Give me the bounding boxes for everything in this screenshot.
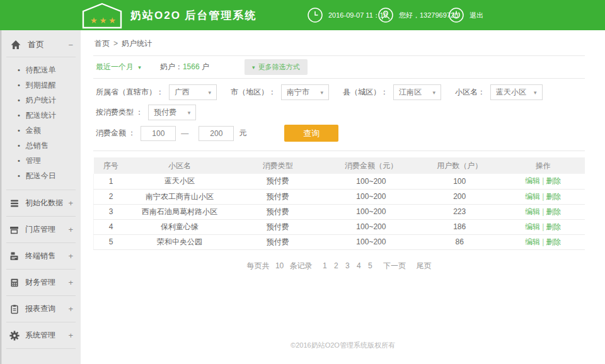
expand-icon[interactable]: + <box>68 331 73 340</box>
edit-link[interactable]: 编辑 <box>525 176 540 185</box>
header-user: 您好，1327969720 <box>377 0 458 30</box>
expand-icon[interactable]: + <box>68 198 73 208</box>
col-header-type: 消费类型 <box>231 157 325 174</box>
more-filters-button[interactable]: ▾更多筛选方式 <box>245 59 308 75</box>
edit-link[interactable]: 编辑 <box>525 222 540 231</box>
col-header-action: 操作 <box>501 157 585 174</box>
calculator-icon <box>9 278 20 288</box>
province-select[interactable]: 广西▾ <box>169 84 217 100</box>
sidebar-item-total-sales[interactable]: 总销售 <box>18 138 81 153</box>
city-select[interactable]: 南宁市▾ <box>281 84 329 100</box>
edit-link[interactable]: 编辑 <box>525 192 540 201</box>
consume-type-label: 按消费类型 ： <box>96 107 143 118</box>
sidebar-section-terminal-sales[interactable]: 终端销售 + <box>0 243 81 269</box>
cell-actions: 编辑|删除 <box>501 219 585 234</box>
range-dash: — <box>181 129 188 138</box>
cell-no: 4 <box>94 219 129 234</box>
cell-no: 3 <box>94 204 129 219</box>
sidebar-item-home[interactable]: 首页 − <box>0 30 81 57</box>
collapse-icon[interactable]: − <box>68 40 73 50</box>
sidebar-item-delivery-today[interactable]: 配送今日 <box>18 168 81 183</box>
divider <box>6 348 76 349</box>
cell-no: 5 <box>94 234 129 249</box>
page-1[interactable]: 1 <box>323 261 327 270</box>
sidebar-section-finance-mgmt[interactable]: 财务管理 + <box>0 270 81 295</box>
edit-link[interactable]: 编辑 <box>525 237 540 246</box>
action-divider: | <box>542 192 544 201</box>
cell-amount: 100~200 <box>325 189 418 204</box>
cell-type: 预付费 <box>231 219 325 234</box>
per-page-suffix: 条记录 <box>290 261 313 270</box>
more-filters-label: 更多筛选方式 <box>258 63 300 71</box>
amount-unit: 元 <box>239 128 246 139</box>
delete-link[interactable]: 删除 <box>546 222 561 231</box>
community-select[interactable]: 蓝天小区▾ <box>490 84 543 100</box>
cell-type: 预付费 <box>231 189 325 204</box>
logout-button[interactable]: 退出 <box>448 0 483 30</box>
cell-no: 1 <box>94 174 129 189</box>
page-5[interactable]: 5 <box>368 261 372 270</box>
expand-icon[interactable]: + <box>68 225 73 234</box>
edit-link[interactable]: 编辑 <box>525 207 540 216</box>
community-label: 小区名： <box>455 87 485 98</box>
section-label: 财务管理 <box>25 277 68 288</box>
section-label: 门店管理 <box>25 224 68 235</box>
cell-actions: 编辑|删除 <box>501 204 585 219</box>
sidebar-item-milk-user-stats[interactable]: 奶户统计 <box>18 93 81 108</box>
cell-amount: 100~200 <box>325 234 418 249</box>
consume-type-value: 预付费 <box>154 107 176 118</box>
cell-amount: 100~200 <box>325 174 418 189</box>
header-datetime: 2016-09-07 11：10 <box>307 0 388 30</box>
expand-icon[interactable]: + <box>68 278 73 287</box>
delete-link[interactable]: 删除 <box>546 207 561 216</box>
cell-no: 2 <box>94 189 129 204</box>
sidebar-section-init-data[interactable]: 初始化数据 + <box>0 190 81 216</box>
chevron-down-icon: ▾ <box>138 64 141 71</box>
sidebar-home-submenu: 待配送单 到期提醒 奶户统计 配送统计 金额 总销售 管理 配送今日 <box>0 57 81 190</box>
sidebar-item-expiry-reminder[interactable]: 到期提醒 <box>18 77 81 93</box>
sidebar-section-system-mgmt[interactable]: 系统管理 + <box>0 322 81 348</box>
cell-name: 保利童心缘 <box>128 219 231 234</box>
cell-users: 100 <box>418 174 502 189</box>
cell-amount: 100~200 <box>325 219 418 234</box>
page-4[interactable]: 4 <box>357 261 361 270</box>
amount-min-input[interactable] <box>141 126 176 141</box>
last-page-link[interactable]: 尾页 <box>416 261 431 270</box>
cell-name: 蓝天小区 <box>128 174 231 189</box>
expand-icon[interactable]: + <box>68 251 73 261</box>
home-icon <box>10 40 21 50</box>
cell-type: 预付费 <box>231 204 325 219</box>
clipboard-icon <box>9 304 20 314</box>
consume-type-select[interactable]: 预付费▾ <box>148 105 196 120</box>
period-dropdown[interactable]: 最近一个月 ▾ <box>96 62 141 72</box>
sidebar-item-amount[interactable]: 金额 <box>18 123 81 138</box>
breadcrumb-home[interactable]: 首页 <box>95 39 110 48</box>
per-page-prefix: 每页共 <box>247 261 270 270</box>
sidebar-item-delivery-stats[interactable]: 配送统计 <box>18 108 81 123</box>
per-page-count: 10 <box>275 261 284 270</box>
amount-max-input[interactable] <box>199 126 234 141</box>
layers-icon <box>9 198 20 208</box>
cell-users: 86 <box>418 234 502 249</box>
app-title: 奶站O2O 后台管理系统 <box>130 8 257 23</box>
logout-label: 退出 <box>470 11 483 20</box>
delete-link[interactable]: 删除 <box>546 192 561 201</box>
page-3[interactable]: 3 <box>345 261 350 270</box>
summary-bar: 最近一个月 ▾ 奶户：1566 户 ▾更多筛选方式 <box>93 56 585 79</box>
sidebar-item-pending-orders[interactable]: 待配送单 <box>18 62 81 77</box>
delete-link[interactable]: 删除 <box>546 237 561 246</box>
county-select[interactable]: 江南区▾ <box>393 84 441 100</box>
sidebar-item-management[interactable]: 管理 <box>18 153 81 168</box>
action-divider: | <box>542 207 544 216</box>
next-page-link[interactable]: 下一页 <box>383 261 406 270</box>
chevron-down-icon: ▾ <box>534 89 537 96</box>
sidebar-section-store-mgmt[interactable]: 门店管理 + <box>0 217 81 242</box>
sidebar-section-report-query[interactable]: 报表查询 + <box>0 296 81 322</box>
expand-icon[interactable]: + <box>68 304 73 314</box>
table-row: 3 西南石油局葛村路小区 预付费 100~200 223 编辑|删除 <box>94 204 585 219</box>
search-button[interactable]: 查询 <box>284 125 338 142</box>
page-2[interactable]: 2 <box>334 261 338 270</box>
community-value: 蓝天小区 <box>496 87 526 98</box>
delete-link[interactable]: 删除 <box>546 176 561 185</box>
filter-row-amount: 消费金额 ： — 元 查询 <box>96 125 585 142</box>
